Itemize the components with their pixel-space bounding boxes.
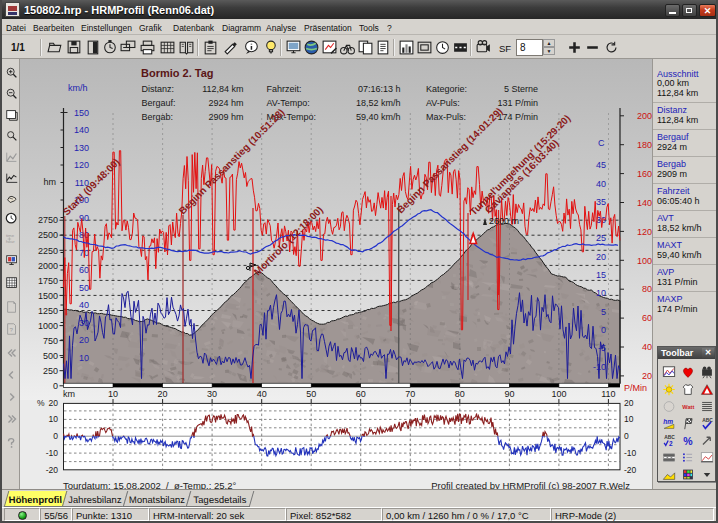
svg-text:%: % — [683, 435, 693, 447]
svg-text:2: 2 — [669, 440, 673, 447]
svg-text:50: 50 — [79, 283, 89, 293]
svg-text:160: 160 — [637, 169, 652, 179]
svg-text:5: 5 — [601, 307, 606, 317]
svg-text:60: 60 — [642, 313, 652, 323]
svg-text:hour: hour — [6, 239, 15, 244]
svg-text:0: 0 — [53, 381, 58, 391]
svg-text:140: 140 — [637, 198, 652, 208]
svg-text:60: 60 — [356, 389, 366, 399]
svg-text:90: 90 — [504, 389, 514, 399]
svg-text:hm: hm — [663, 418, 673, 425]
svg-text:ABC: ABC — [702, 418, 713, 423]
svg-text:5 Sterne: 5 Sterne — [504, 84, 538, 94]
svg-text:80: 80 — [455, 389, 465, 399]
svg-text:Fahrzeit:: Fahrzeit: — [267, 84, 302, 94]
svg-text:130: 130 — [74, 143, 89, 153]
svg-text:2000: 2000 — [38, 261, 58, 271]
svg-text:180: 180 — [637, 140, 652, 150]
svg-text:Watt: Watt — [682, 404, 694, 410]
svg-text:1250: 1250 — [38, 306, 58, 316]
svg-text:20: 20 — [49, 398, 59, 408]
svg-text:%: % — [37, 398, 45, 408]
svg-text:2750: 2750 — [38, 215, 58, 225]
svg-text:?: ? — [9, 326, 13, 333]
svg-text:AV-Tempo:: AV-Tempo: — [267, 98, 310, 108]
svg-text:120: 120 — [74, 160, 89, 170]
svg-text:250: 250 — [43, 366, 58, 376]
svg-text:100: 100 — [637, 256, 652, 266]
svg-text:70: 70 — [405, 389, 415, 399]
svg-text:20: 20 — [642, 371, 652, 381]
svg-text:-20: -20 — [46, 465, 59, 475]
svg-text:40: 40 — [79, 300, 89, 310]
svg-text:200: 200 — [637, 111, 652, 121]
svg-text:1750: 1750 — [38, 276, 58, 286]
svg-text:Kategorie:: Kategorie: — [426, 84, 467, 94]
svg-text:-10: -10 — [46, 448, 59, 458]
svg-text:140: 140 — [74, 125, 89, 135]
svg-text:750: 750 — [43, 336, 58, 346]
svg-text:30: 30 — [207, 389, 217, 399]
svg-text:2909 hm: 2909 hm — [208, 112, 243, 122]
svg-text:km/h: km/h — [68, 83, 88, 93]
svg-text:2500: 2500 — [38, 230, 58, 240]
svg-text:50: 50 — [306, 389, 316, 399]
svg-text:20: 20 — [596, 252, 606, 262]
svg-text:Distanz:: Distanz: — [142, 84, 175, 94]
svg-text:45: 45 — [596, 160, 606, 170]
svg-text:km: km — [63, 389, 75, 399]
svg-text:80: 80 — [642, 284, 652, 294]
svg-text:Bergab:: Bergab: — [142, 112, 174, 122]
svg-text:Bormio 2. Tag: Bormio 2. Tag — [141, 67, 214, 79]
svg-text:time: time — [6, 233, 15, 238]
svg-text:150: 150 — [74, 108, 89, 118]
svg-text:25: 25 — [596, 233, 606, 243]
svg-text:2924 hm: 2924 hm — [208, 98, 243, 108]
svg-text:90: 90 — [79, 213, 89, 223]
svg-text:10: 10 — [596, 288, 606, 298]
svg-text:1000: 1000 — [38, 321, 58, 331]
svg-text:C: C — [598, 138, 605, 148]
svg-text:100: 100 — [551, 389, 566, 399]
svg-text:131 P/min: 131 P/min — [497, 98, 538, 108]
svg-text:110: 110 — [601, 389, 615, 399]
svg-text:AV-Puls:: AV-Puls: — [426, 98, 460, 108]
svg-text:10: 10 — [49, 414, 59, 424]
svg-text:-20: -20 — [624, 465, 637, 475]
svg-text:60: 60 — [79, 265, 89, 275]
svg-text:10: 10 — [79, 353, 89, 363]
svg-text:20: 20 — [624, 398, 634, 408]
svg-text:07:16:13 h: 07:16:13 h — [358, 84, 401, 94]
svg-text:-10: -10 — [624, 448, 637, 458]
svg-text:35: 35 — [596, 197, 606, 207]
svg-text:2600 m: 2600 m — [489, 216, 519, 226]
svg-text:Bergauf:: Bergauf: — [142, 98, 176, 108]
svg-text:2250: 2250 — [38, 246, 58, 256]
svg-text:15: 15 — [596, 270, 606, 280]
svg-text:ABC: ABC — [664, 435, 675, 440]
svg-text:40: 40 — [596, 179, 606, 189]
svg-text:112,84 km: 112,84 km — [202, 84, 243, 94]
svg-text:500: 500 — [43, 351, 58, 361]
svg-text:0: 0 — [601, 325, 606, 335]
svg-text:20: 20 — [79, 335, 89, 345]
svg-text:hm: hm — [43, 177, 56, 187]
svg-text:10: 10 — [624, 414, 634, 424]
svg-text:P/Min: P/Min — [624, 383, 647, 393]
svg-text:59,40 km/h: 59,40 km/h — [356, 112, 401, 122]
svg-text:18,52 km/h: 18,52 km/h — [356, 98, 401, 108]
svg-text:20: 20 — [158, 389, 168, 399]
svg-text:0: 0 — [624, 431, 629, 441]
svg-text:10: 10 — [108, 389, 118, 399]
svg-text:40: 40 — [257, 389, 267, 399]
svg-text:120: 120 — [637, 227, 652, 237]
svg-text:40: 40 — [642, 342, 652, 352]
svg-text:1500: 1500 — [38, 291, 58, 301]
svg-text:0: 0 — [53, 431, 58, 441]
